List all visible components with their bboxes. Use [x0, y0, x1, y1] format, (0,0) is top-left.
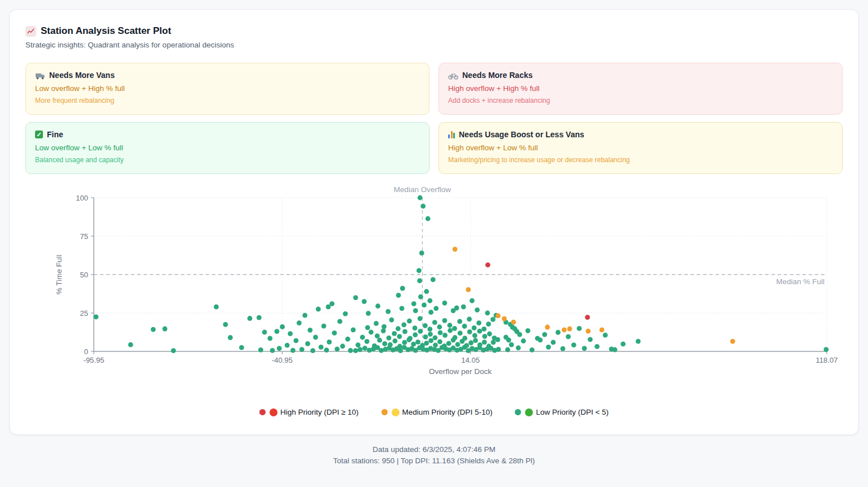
scatter-chart: 0255075100-95.95-40.9514.05118.07Overflo… [25, 183, 843, 382]
page-header: Station Analysis Scatter Plot [25, 25, 843, 37]
svg-text:0: 0 [84, 347, 88, 356]
quadrant-card-needs-usage-boost: Needs Usage Boost or Less Vans High over… [439, 122, 843, 174]
stations-summary-text: Total stations: 950 | Top DPI: 11.163 (S… [0, 455, 868, 467]
legend-marker-dot [381, 409, 388, 415]
legend-item-medium-priority[interactable]: Medium Priority (DPI 5-10) [381, 408, 493, 416]
check-icon: ✓ [35, 131, 43, 138]
quadrant-card-note: Marketing/pricing to increase usage or d… [448, 156, 833, 164]
quadrant-card-rule: High overflow + Low % full [448, 144, 833, 152]
legend-item-label: Low Priority (DPI < 5) [536, 408, 609, 416]
page-title: Station Analysis Scatter Plot [41, 25, 171, 37]
quadrant-card-rule: Low overflow + High % full [35, 84, 420, 93]
quadrant-card-note: Add docks + increase rebalancing [448, 97, 833, 105]
svg-text:Median Overflow: Median Overflow [394, 185, 452, 194]
quadrant-card-needs-more-racks: Needs More Racks High overflow + High % … [439, 63, 843, 115]
quadrant-cards: Needs More Vans Low overflow + High % fu… [25, 63, 843, 174]
quadrant-card-note: More frequent rebalancing [35, 97, 420, 105]
legend-item-label: Medium Priority (DPI 5-10) [402, 408, 493, 416]
legend-marker-dot [515, 409, 521, 415]
bar-chart-icon [448, 131, 455, 138]
quadrant-card-rule: High overflow + High % full [448, 84, 833, 93]
legend-item-high-priority[interactable]: High Priority (DPI ≥ 10) [259, 408, 359, 416]
svg-text:Median % Full: Median % Full [776, 277, 824, 286]
quadrant-card-title: Needs Usage Boost or Less Vans [459, 130, 584, 139]
van-icon [35, 72, 45, 79]
scatter-chart-canvas[interactable]: 0255075100-95.95-40.9514.05118.07Overflo… [25, 183, 844, 380]
page-footer: Data updated: 6/3/2025, 4:07:46 PM Total… [0, 444, 868, 467]
quadrant-card-fine: ✓ Fine Low overflow + Low % full Balance… [25, 122, 429, 174]
chart-increasing-icon [25, 26, 36, 37]
page-subtitle: Strategic insights: Quadrant analysis fo… [25, 41, 843, 49]
station-analysis-panel: Station Analysis Scatter Plot Strategic … [9, 9, 859, 435]
svg-text:% Time Full: % Time Full [55, 255, 63, 295]
svg-text:50: 50 [80, 271, 88, 279]
quadrant-card-title: Needs More Racks [462, 71, 533, 80]
bike-icon [448, 72, 458, 79]
quadrant-card-title: Needs More Vans [49, 71, 115, 80]
svg-text:25: 25 [80, 309, 88, 318]
yellow-circle-icon [392, 408, 400, 416]
red-circle-icon [270, 408, 277, 416]
legend-item-low-priority[interactable]: Low Priority (DPI < 5) [515, 408, 609, 416]
quadrant-card-needs-more-vans: Needs More Vans Low overflow + High % fu… [25, 63, 429, 115]
quadrant-card-rule: Low overflow + Low % full [35, 144, 420, 152]
svg-text:Overflow per Dock: Overflow per Dock [429, 367, 492, 376]
quadrant-card-title: Fine [47, 130, 63, 139]
svg-text:100: 100 [76, 194, 88, 202]
legend-item-label: High Priority (DPI ≥ 10) [280, 408, 359, 416]
svg-text:14.05: 14.05 [461, 356, 480, 364]
green-circle-icon [525, 408, 533, 416]
svg-text:-95.95: -95.95 [84, 356, 105, 364]
quadrant-card-note: Balanced usage and capacity [35, 156, 420, 164]
legend-marker-dot [259, 409, 266, 415]
svg-text:75: 75 [80, 232, 88, 241]
chart-legend: High Priority (DPI ≥ 10) Medium Priority… [25, 408, 843, 416]
data-updated-text: Data updated: 6/3/2025, 4:07:46 PM [0, 444, 868, 455]
svg-text:118.07: 118.07 [816, 356, 838, 364]
svg-text:-40.95: -40.95 [272, 356, 293, 364]
